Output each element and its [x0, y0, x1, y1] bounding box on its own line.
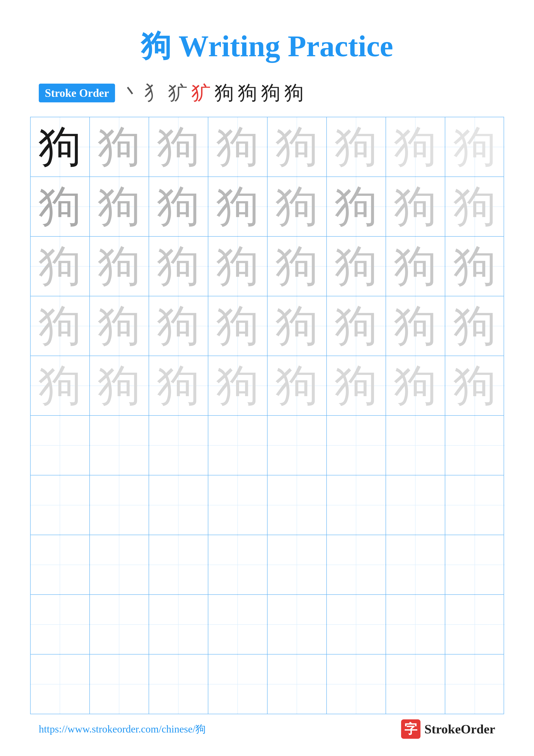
- grid-cell[interactable]: [386, 655, 445, 714]
- grid-cell[interactable]: [149, 416, 208, 475]
- grid-cell[interactable]: 狗: [386, 296, 445, 356]
- grid-cell[interactable]: 狗: [267, 117, 327, 176]
- grid-cell[interactable]: [267, 595, 327, 654]
- grid-cell[interactable]: [208, 475, 267, 535]
- grid-cell[interactable]: [445, 475, 504, 535]
- grid-cell[interactable]: [208, 655, 267, 714]
- grid-cell[interactable]: 狗: [208, 356, 267, 415]
- grid-cell[interactable]: [31, 535, 90, 594]
- grid-cell[interactable]: [327, 595, 386, 654]
- practice-char: 狗: [38, 364, 81, 407]
- grid-cell[interactable]: 狗: [386, 237, 445, 296]
- footer-logo: 字 StrokeOrder: [401, 719, 495, 739]
- grid-cell[interactable]: 狗: [445, 296, 504, 356]
- grid-cell[interactable]: 狗: [327, 296, 386, 356]
- grid-cell[interactable]: 狗: [90, 296, 149, 356]
- grid-cell[interactable]: 狗: [90, 177, 149, 236]
- grid-cell[interactable]: [149, 535, 208, 594]
- grid-cell[interactable]: [386, 416, 445, 475]
- practice-char: 狗: [38, 245, 81, 288]
- grid-cell[interactable]: [31, 595, 90, 654]
- stroke-6: 狗: [238, 80, 257, 106]
- grid-cell[interactable]: 狗: [208, 177, 267, 236]
- grid-cell[interactable]: 狗: [90, 117, 149, 176]
- grid-cell[interactable]: [267, 475, 327, 535]
- practice-char: 狗: [157, 364, 200, 407]
- practice-char: 狗: [453, 364, 496, 407]
- grid-cell[interactable]: 狗: [327, 177, 386, 236]
- grid-cell[interactable]: [267, 535, 327, 594]
- grid-cell[interactable]: 狗: [149, 177, 208, 236]
- practice-grid: 狗 狗 狗 狗 狗 狗 狗 狗 狗 狗 狗 狗 狗 狗 狗 狗 狗 狗 狗 狗 …: [30, 117, 504, 714]
- grid-cell[interactable]: [149, 475, 208, 535]
- grid-cell[interactable]: [90, 475, 149, 535]
- grid-cell[interactable]: [386, 535, 445, 594]
- grid-cell[interactable]: 狗: [90, 356, 149, 415]
- grid-cell[interactable]: 狗: [208, 117, 267, 176]
- stroke-3: 犷: [168, 80, 188, 106]
- grid-cell[interactable]: [386, 475, 445, 535]
- grid-cell[interactable]: 狗: [208, 296, 267, 356]
- practice-char: 狗: [216, 364, 259, 407]
- grid-cell[interactable]: [149, 595, 208, 654]
- practice-char: 狗: [216, 305, 259, 348]
- grid-cell[interactable]: 狗: [31, 296, 90, 356]
- grid-cell[interactable]: 狗: [445, 237, 504, 296]
- grid-cell[interactable]: [445, 535, 504, 594]
- grid-cell[interactable]: 狗: [386, 356, 445, 415]
- grid-cell[interactable]: [445, 655, 504, 714]
- grid-cell[interactable]: [267, 655, 327, 714]
- grid-cell[interactable]: 狗: [327, 237, 386, 296]
- grid-cell[interactable]: [445, 416, 504, 475]
- grid-cell[interactable]: [208, 535, 267, 594]
- grid-cell[interactable]: 狗: [386, 117, 445, 176]
- grid-cell[interactable]: [327, 535, 386, 594]
- grid-cell[interactable]: 狗: [31, 237, 90, 296]
- grid-cell[interactable]: 狗: [445, 177, 504, 236]
- grid-cell[interactable]: [208, 595, 267, 654]
- grid-cell[interactable]: [90, 655, 149, 714]
- grid-cell[interactable]: 狗: [149, 356, 208, 415]
- grid-cell[interactable]: [386, 595, 445, 654]
- grid-cell[interactable]: [327, 416, 386, 475]
- grid-cell[interactable]: 狗: [149, 237, 208, 296]
- grid-cell[interactable]: 狗: [31, 356, 90, 415]
- grid-row-5: 狗 狗 狗 狗 狗 狗 狗 狗: [31, 356, 504, 416]
- grid-cell[interactable]: 狗: [31, 177, 90, 236]
- grid-cell[interactable]: 狗: [327, 356, 386, 415]
- grid-cell[interactable]: [445, 595, 504, 654]
- practice-char: 狗: [216, 185, 259, 228]
- grid-cell[interactable]: 狗: [267, 237, 327, 296]
- practice-char: 狗: [157, 125, 200, 169]
- grid-cell[interactable]: [327, 655, 386, 714]
- grid-cell[interactable]: 狗: [445, 117, 504, 176]
- grid-cell[interactable]: 狗: [31, 117, 90, 176]
- grid-cell[interactable]: 狗: [386, 177, 445, 236]
- grid-cell[interactable]: 狗: [445, 356, 504, 415]
- grid-cell[interactable]: [31, 416, 90, 475]
- footer-url[interactable]: https://www.strokeorder.com/chinese/狗: [39, 722, 206, 736]
- practice-char: 狗: [98, 245, 141, 288]
- grid-cell[interactable]: 狗: [149, 296, 208, 356]
- stroke-7: 狗: [261, 80, 280, 106]
- grid-cell[interactable]: 狗: [90, 237, 149, 296]
- grid-cell[interactable]: [90, 535, 149, 594]
- grid-cell[interactable]: [267, 416, 327, 475]
- grid-cell[interactable]: [90, 595, 149, 654]
- grid-cell[interactable]: 狗: [208, 237, 267, 296]
- practice-char: 狗: [157, 245, 200, 288]
- grid-cell[interactable]: [90, 416, 149, 475]
- grid-cell[interactable]: 狗: [267, 296, 327, 356]
- grid-cell[interactable]: 狗: [267, 356, 327, 415]
- grid-cell[interactable]: [31, 475, 90, 535]
- grid-cell[interactable]: 狗: [267, 177, 327, 236]
- grid-cell[interactable]: [31, 655, 90, 714]
- grid-cell[interactable]: 狗: [327, 117, 386, 176]
- practice-char: 狗: [275, 185, 318, 228]
- grid-cell[interactable]: [327, 475, 386, 535]
- grid-row-3: 狗 狗 狗 狗 狗 狗 狗 狗: [31, 237, 504, 296]
- grid-cell[interactable]: [208, 416, 267, 475]
- grid-cell[interactable]: [149, 655, 208, 714]
- practice-char: 狗: [335, 125, 378, 169]
- grid-cell[interactable]: 狗: [149, 117, 208, 176]
